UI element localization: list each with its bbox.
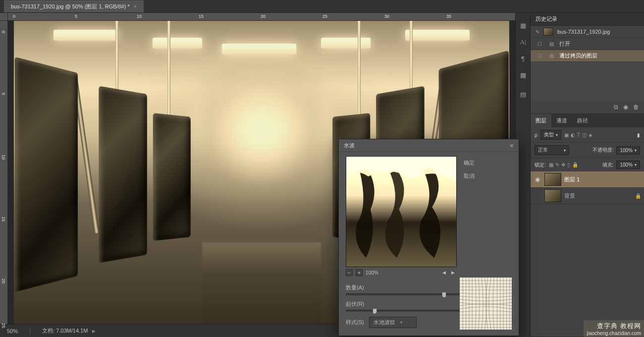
ruler-corner[interactable] bbox=[0, 13, 8, 21]
layers-tabs: 图层 通道 路径 bbox=[531, 114, 644, 127]
ok-button[interactable]: 确定 bbox=[464, 159, 475, 167]
zoom-out-button[interactable]: − bbox=[346, 269, 353, 276]
tab-channels[interactable]: 通道 bbox=[551, 114, 572, 127]
dialog-title: 水波 bbox=[344, 142, 355, 149]
ruler-mark: 25 bbox=[322, 14, 327, 19]
layer-row-background[interactable]: 背景 🔒 bbox=[531, 188, 644, 204]
preview-zoom: 100% bbox=[366, 270, 378, 276]
ruler-mark: 25 bbox=[1, 323, 6, 328]
character-icon[interactable]: A| bbox=[520, 38, 526, 46]
document-tab-label: bus-731317_1920.jpg @ 50% (图层 1, RGB/8#)… bbox=[11, 3, 130, 10]
shape-filter-icon[interactable]: ◫ bbox=[582, 132, 587, 138]
layer-thumbnail[interactable] bbox=[544, 189, 561, 202]
lock-row: 锁定: ▦ ✎ ✥ ▯ 🔒 填充: 100%▾ bbox=[531, 158, 644, 171]
dialog-body: − + 100% ◀ ▶ 确定 取消 bbox=[339, 152, 519, 282]
preview-column: − + 100% ◀ ▶ bbox=[346, 156, 457, 278]
nav-arrows[interactable]: ◀ ▶ bbox=[442, 270, 457, 275]
ruler-mark: 20 bbox=[1, 279, 6, 283]
fill-input[interactable]: 100%▾ bbox=[616, 161, 640, 169]
history-state-open[interactable]: ☐ ▤ 打开 bbox=[531, 38, 644, 50]
workspace: 0 5 10 15 20 25 30 35 0 5 10 15 20 25 bbox=[0, 13, 644, 337]
opacity-label: 不透明度: bbox=[592, 147, 614, 154]
layer-name: 图层 1 bbox=[564, 176, 580, 183]
layer-filter-row: ρ 类型▾ ▣ ◐ T ◫ ◈ ▮ bbox=[531, 127, 644, 142]
lock-artboard-icon[interactable]: ▯ bbox=[567, 162, 570, 168]
filter-preview[interactable] bbox=[346, 156, 457, 267]
ruler-mark: 0 bbox=[1, 31, 6, 33]
layers-panel: 图层 通道 路径 ρ 类型▾ ▣ ◐ T ◫ ◈ ▮ 正常▾ 不透明度: 100 bbox=[531, 114, 644, 337]
zoom-level[interactable]: 50% bbox=[7, 328, 18, 334]
swatches-icon[interactable]: ▦ bbox=[520, 22, 526, 29]
preview-zoom-controls: − + 100% ◀ ▶ bbox=[346, 267, 457, 278]
horizontal-ruler[interactable]: 0 5 10 15 20 25 30 35 bbox=[8, 13, 515, 21]
document-icon: ▤ bbox=[547, 53, 555, 59]
type-filter-icon[interactable]: T bbox=[577, 132, 580, 138]
filter-icons: ▣ ◐ T ◫ ◈ bbox=[564, 132, 592, 138]
history-thumbnail bbox=[543, 28, 553, 36]
filter-toggle-icon[interactable]: ▮ bbox=[637, 132, 640, 138]
lock-label: 锁定: bbox=[535, 162, 546, 168]
trash-icon[interactable]: 🗑 bbox=[633, 104, 639, 111]
dialog-titlebar[interactable]: 水波 × bbox=[339, 139, 519, 152]
close-icon[interactable]: × bbox=[510, 142, 514, 150]
document-icon: ▤ bbox=[547, 41, 555, 48]
brush-icon: ✎ bbox=[536, 29, 539, 35]
document-tab[interactable]: bus-731317_1920.jpg @ 50% (图层 1, RGB/8#)… bbox=[4, 0, 144, 12]
pixel-filter-icon[interactable]: ▣ bbox=[564, 132, 569, 138]
doc-label: 文档: bbox=[42, 328, 54, 334]
history-label: 打开 bbox=[559, 40, 570, 48]
history-state-copy-layer[interactable]: ☐ ▤ 通过拷贝的图层 bbox=[531, 50, 644, 62]
opacity-input[interactable]: 100%▾ bbox=[616, 146, 640, 155]
visibility-icon[interactable]: ◉ bbox=[534, 176, 541, 183]
history-panel-title[interactable]: 历史记录 bbox=[531, 13, 644, 26]
ruler-mark: 10 bbox=[1, 155, 6, 160]
blend-mode-dropdown[interactable]: 正常▾ bbox=[535, 145, 569, 155]
ruler-mark: 15 bbox=[199, 14, 204, 19]
vertical-ruler[interactable]: 0 5 10 15 20 25 bbox=[0, 21, 8, 324]
checkbox-icon: ☐ bbox=[536, 41, 543, 48]
ruler-mark: 0 bbox=[13, 14, 15, 19]
camera-icon[interactable]: ◉ bbox=[623, 104, 628, 111]
close-tab-icon[interactable]: × bbox=[134, 4, 137, 9]
filter-type-dropdown[interactable]: 类型▾ bbox=[540, 130, 561, 140]
layer-name: 背景 bbox=[564, 192, 575, 200]
zigzag-wireframe-preview bbox=[460, 278, 512, 330]
smart-filter-icon[interactable]: ◈ bbox=[589, 132, 592, 138]
zigzag-dialog[interactable]: 水波 × bbox=[338, 139, 519, 336]
history-label: 通过拷贝的图层 bbox=[559, 52, 597, 59]
preview-warped-image bbox=[346, 157, 456, 267]
ruler-mark: 30 bbox=[384, 14, 389, 19]
lock-icon: 🔒 bbox=[635, 193, 641, 199]
blend-row: 正常▾ 不透明度: 100%▾ bbox=[531, 142, 644, 158]
style-dropdown[interactable]: 水池波纹 ▾ bbox=[369, 317, 417, 328]
lock-all-icon[interactable]: ▦ bbox=[549, 162, 553, 168]
tab-paths[interactable]: 路径 bbox=[572, 114, 593, 127]
ruler-mark: 35 bbox=[446, 14, 451, 19]
chevron-down-icon: ▾ bbox=[400, 320, 402, 325]
lock-position-icon[interactable]: ✥ bbox=[561, 162, 565, 168]
history-label: bus-731317_1920.jpg bbox=[557, 29, 610, 35]
grid-icon[interactable]: ▩ bbox=[520, 71, 526, 79]
history-panel: 历史记录 ✎ bus-731317_1920.jpg ☐ ▤ 打开 ☐ ▤ 通过… bbox=[531, 13, 644, 114]
doc-size: 7.03M/14.1M bbox=[56, 328, 88, 334]
document-tab-bar: bus-731317_1920.jpg @ 50% (图层 1, RGB/8#)… bbox=[0, 0, 644, 13]
right-panels: 历史记录 ✎ bus-731317_1920.jpg ☐ ▤ 打开 ☐ ▤ 通过… bbox=[530, 13, 644, 337]
layer-row-layer1[interactable]: ◉ 图层 1 bbox=[531, 171, 644, 188]
cancel-button[interactable]: 取消 bbox=[464, 172, 475, 180]
paragraph-icon[interactable]: ¶ bbox=[521, 55, 525, 62]
zoom-in-button[interactable]: + bbox=[356, 269, 363, 276]
style-value: 水池波纹 bbox=[374, 319, 395, 326]
history-snapshot[interactable]: ✎ bus-731317_1920.jpg bbox=[531, 26, 644, 38]
doc-info[interactable]: 文档: 7.03M/14.1M ▶ bbox=[42, 327, 96, 335]
ruler-mark: 20 bbox=[261, 14, 266, 19]
lock-icon[interactable]: 🔒 bbox=[572, 162, 578, 168]
layer-thumbnail[interactable] bbox=[544, 173, 561, 186]
library-icon[interactable]: ▤ bbox=[520, 91, 526, 98]
amount-label: 数量(A) bbox=[346, 284, 364, 291]
style-label: 样式(S) bbox=[346, 319, 364, 326]
adjust-filter-icon[interactable]: ◐ bbox=[571, 132, 575, 138]
ruler-mark: 5 bbox=[75, 14, 77, 19]
tab-layers[interactable]: 图层 bbox=[531, 114, 551, 127]
lock-pixels-icon[interactable]: ✎ bbox=[555, 162, 559, 168]
new-snapshot-icon[interactable]: ⧉ bbox=[614, 104, 618, 111]
